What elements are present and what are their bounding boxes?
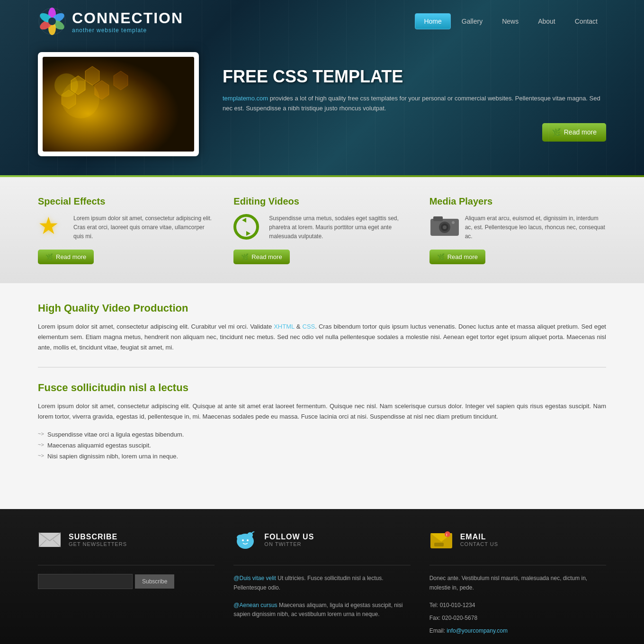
feature-1-read-more-button[interactable]: 🌿 Read more bbox=[38, 250, 94, 264]
content-section: High Quality Video Production Lorem ipsu… bbox=[0, 283, 644, 509]
svg-point-15 bbox=[54, 73, 78, 97]
feature-3-title: Media Players bbox=[429, 196, 606, 207]
logo-icon bbox=[38, 7, 66, 36]
logo-text: CONNECTION another website template bbox=[72, 9, 183, 34]
svg-point-0 bbox=[39, 8, 65, 35]
nav-contact[interactable]: Contact bbox=[566, 14, 606, 29]
email-icon: ! bbox=[429, 528, 453, 552]
svg-point-21 bbox=[443, 225, 447, 229]
footer-follow: FOLLOW US ON TWITTER @Duis vitae velit U… bbox=[233, 528, 410, 635]
feature-2-read-more-button[interactable]: 🌿 Read more bbox=[233, 250, 289, 264]
read-more-icon: 🌿 bbox=[552, 128, 561, 137]
refresh-icon bbox=[233, 214, 262, 242]
hero-image bbox=[43, 57, 194, 152]
email-link[interactable]: info@yourcompany.com bbox=[447, 627, 508, 634]
subscribe-divider bbox=[38, 565, 215, 565]
content-1-title: High Quality Video Production bbox=[38, 302, 606, 314]
content-2-text: Lorem ipsum dolor sit amet, consectetur … bbox=[38, 401, 606, 422]
feature-special-effects: Special Effects ★ Lorem ipsum dolor sit … bbox=[38, 196, 215, 264]
subscribe-button[interactable]: Subscribe bbox=[135, 574, 174, 589]
features-grid: Special Effects ★ Lorem ipsum dolor sit … bbox=[38, 196, 606, 264]
follow-header: FOLLOW US ON TWITTER bbox=[233, 528, 410, 552]
svg-point-34 bbox=[445, 531, 450, 537]
svg-point-5 bbox=[38, 18, 54, 32]
follow-title-wrap: FOLLOW US ON TWITTER bbox=[264, 533, 314, 547]
content-2-list: Suspendisse vitae orci a ligula egestas … bbox=[38, 429, 606, 462]
header: CONNECTION another website template Home… bbox=[0, 0, 644, 175]
tweet-1: @Duis vitae velit Ut ultricies. Fusce so… bbox=[233, 574, 410, 592]
tweet-1-handle[interactable]: @Duis vitae velit bbox=[233, 575, 276, 581]
footer: SUBSCRIBE GET NEWSLETTERS Subscribe bbox=[0, 509, 644, 644]
feature-1-body: ★ Lorem ipsum dolor sit amet, consectetu… bbox=[38, 214, 215, 242]
feature-1-title: Special Effects bbox=[38, 196, 215, 207]
subscribe-input[interactable] bbox=[38, 574, 133, 589]
camera-icon bbox=[429, 214, 458, 242]
follow-title: FOLLOW US bbox=[264, 533, 314, 541]
subscribe-title-wrap: SUBSCRIBE GET NEWSLETTERS bbox=[69, 533, 127, 547]
envelope-icon bbox=[38, 528, 62, 552]
feature-2-text: Suspendisse urna metus, sodales eget sag… bbox=[269, 214, 410, 242]
feature-3-read-more-button[interactable]: 🌿 Read more bbox=[429, 250, 485, 264]
feature-3-body: Aliquam erat arcu, euismod et, dignissim… bbox=[429, 214, 606, 242]
email-title-wrap: EMAIL CONTACT US bbox=[460, 533, 499, 547]
svg-point-3 bbox=[51, 18, 66, 32]
hero-content: FREE CSS TEMPLATE templatemo.com provide… bbox=[223, 67, 606, 142]
feature-1-btn-icon: 🌿 bbox=[45, 253, 53, 260]
feature-2-body: Suspendisse urna metus, sodales eget sag… bbox=[233, 214, 410, 242]
feature-3-btn-icon: 🌿 bbox=[437, 253, 445, 260]
email-title: EMAIL bbox=[460, 533, 499, 541]
hero-description: templatemo.com provides a lot of high qu… bbox=[223, 94, 606, 114]
footer-email: ! EMAIL CONTACT US Donec ante. Vestibulu… bbox=[429, 528, 606, 635]
nav-home[interactable]: Home bbox=[415, 13, 450, 29]
feature-2-btn-icon: 🌿 bbox=[241, 253, 249, 260]
svg-point-2 bbox=[51, 11, 66, 25]
tweet-2: @Aenean cursus Maecenas aliquam, ligula … bbox=[233, 601, 410, 619]
svg-point-1 bbox=[48, 8, 56, 21]
site-tagline: another website template bbox=[72, 27, 183, 34]
list-item: Maecenas aliquamid egestas suscipit. bbox=[38, 440, 606, 451]
email-divider bbox=[429, 565, 606, 565]
svg-text:!: ! bbox=[446, 533, 447, 537]
hero-title: FREE CSS TEMPLATE bbox=[223, 67, 606, 87]
footer-grid: SUBSCRIBE GET NEWSLETTERS Subscribe bbox=[38, 528, 606, 635]
subscribe-subtitle: GET NEWSLETTERS bbox=[69, 541, 127, 547]
main-nav: Home Gallery News About Contact bbox=[415, 13, 606, 29]
tweet-2-handle[interactable]: @Aenean cursus bbox=[233, 602, 277, 608]
content-2-title: Fusce sollicitudin nisl a lectus bbox=[38, 382, 606, 394]
feature-2-title: Editing Videos bbox=[233, 196, 410, 207]
nav-gallery[interactable]: Gallery bbox=[453, 14, 491, 29]
email-address-text: Donec ante. Vestibulum nisl mauris, male… bbox=[429, 574, 606, 592]
hero-image-wrap bbox=[38, 52, 199, 156]
list-item: Suspendisse vitae orci a ligula egestas … bbox=[38, 429, 606, 440]
follow-divider bbox=[233, 565, 410, 565]
svg-point-4 bbox=[48, 22, 56, 35]
star-icon: ★ bbox=[38, 214, 66, 242]
email-subtitle: CONTACT US bbox=[460, 541, 499, 547]
twitter-icon bbox=[233, 528, 257, 552]
content-section-2: Fusce sollicitudin nisl a lectus Lorem i… bbox=[38, 382, 606, 476]
subscribe-title: SUBSCRIBE bbox=[69, 533, 127, 541]
subscribe-header: SUBSCRIBE GET NEWSLETTERS bbox=[38, 528, 215, 552]
email-tel: Tel: 010-010-1234 bbox=[429, 601, 606, 610]
follow-subtitle: ON TWITTER bbox=[264, 541, 314, 547]
hero-link[interactable]: templatemo.com bbox=[223, 95, 268, 102]
content-1-text: Lorem ipsum dolor sit amet, consectetur … bbox=[38, 322, 606, 353]
footer-subscribe: SUBSCRIBE GET NEWSLETTERS Subscribe bbox=[38, 528, 215, 635]
hero-read-more-button[interactable]: 🌿 Read more bbox=[542, 123, 606, 142]
svg-rect-18 bbox=[433, 216, 443, 221]
svg-point-22 bbox=[452, 221, 455, 224]
content-section-1: High Quality Video Production Lorem ipsu… bbox=[38, 302, 606, 367]
svg-point-29 bbox=[242, 539, 244, 541]
nav-about[interactable]: About bbox=[529, 14, 564, 29]
features-section: Special Effects ★ Lorem ipsum dolor sit … bbox=[0, 177, 644, 283]
hero-section: FREE CSS TEMPLATE templatemo.com provide… bbox=[0, 43, 644, 175]
xhtml-link[interactable]: XHTML bbox=[274, 323, 295, 330]
feature-media-players: Media Players Aliquam erat arcu, euismod… bbox=[429, 196, 606, 264]
email-fax: Fax: 020-020-5678 bbox=[429, 614, 606, 623]
css-link[interactable]: CSS bbox=[303, 323, 315, 330]
site-name: CONNECTION bbox=[72, 9, 183, 27]
svg-point-30 bbox=[247, 539, 249, 541]
nav-news[interactable]: News bbox=[493, 14, 527, 29]
subscribe-row: Subscribe bbox=[38, 574, 215, 589]
feature-3-text: Aliquam erat arcu, euismod et, dignissim… bbox=[465, 214, 606, 242]
